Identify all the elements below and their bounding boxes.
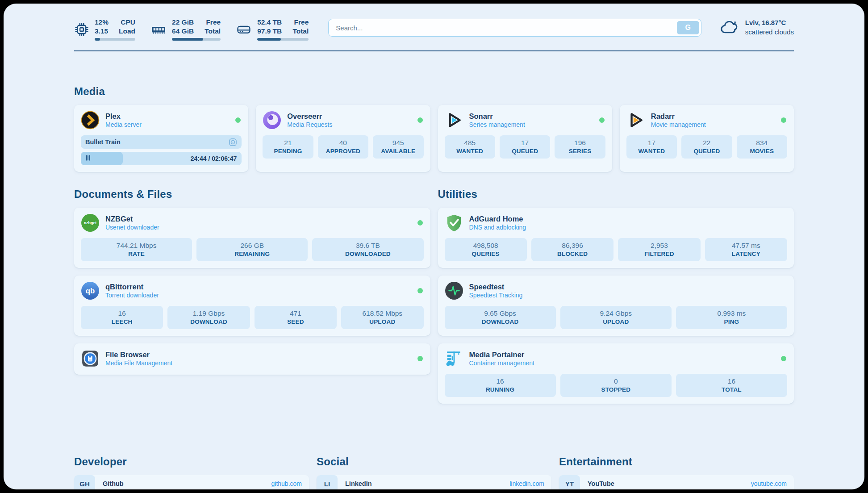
stat-values: 22 GiB64 GiB <box>172 18 194 36</box>
bookmark-abbr: YT <box>559 475 580 489</box>
service-description: Media Requests <box>287 121 332 129</box>
svg-text:nzbget: nzbget <box>84 221 97 225</box>
stat-label: WANTED <box>628 148 675 155</box>
speedtest-icon <box>445 281 463 300</box>
status-online-dot <box>235 117 241 123</box>
service-description: Speedtest Tracking <box>469 292 523 300</box>
portainer-icon <box>445 349 463 368</box>
service-stat-download: 9.65 GbpsDOWNLOAD <box>445 306 556 329</box>
stat-label: STOPPED <box>562 386 670 393</box>
service-stat-rate: 744.21 MbpsRATE <box>81 238 192 261</box>
service-stat-blocked: 86,396BLOCKED <box>531 238 613 261</box>
stat-label-top: Free <box>203 18 221 27</box>
service-description: DNS and adblocking <box>469 224 526 232</box>
playback-time: 24:44 / 02:06:47 <box>191 152 237 165</box>
service-name: Sonarr <box>469 112 525 121</box>
service-card-sonarr[interactable]: SonarrSeries management485WANTED17QUEUED… <box>438 105 612 172</box>
stat-value: 16 <box>83 309 161 318</box>
playback-progress-fill <box>81 152 123 165</box>
stat-value: 16 <box>678 377 785 385</box>
stat-value-bottom: 97.9 TB <box>257 27 282 36</box>
now-playing-row: Bullet Train <box>81 135 242 149</box>
service-card-speedtest[interactable]: SpeedtestSpeedtest Tracking9.65 GbpsDOWN… <box>438 276 794 336</box>
service-stat-movies: 834MOVIES <box>737 135 787 159</box>
service-card-file-browser[interactable]: File BrowserMedia File Management <box>74 343 430 375</box>
stat-progress-bar <box>172 38 221 41</box>
service-stat-ping: 0.993 msPING <box>676 306 787 329</box>
search-bar: G <box>328 19 701 37</box>
stat-value: 21 <box>264 139 311 147</box>
search-input[interactable] <box>328 19 701 37</box>
service-stat-remaining: 266 GBREMAINING <box>196 238 308 261</box>
stat-label: RATE <box>83 251 190 257</box>
weather-location: Lviv, 16.87°C <box>745 18 794 27</box>
bookmark-youtube[interactable]: YTYouTubeyoutube.com <box>559 475 794 489</box>
nzbget-icon: nzbget <box>81 213 100 232</box>
dashboard-page: 12%3.15CPULoad22 GiB64 GiBFreeTotal52.4 … <box>4 4 864 489</box>
service-card-nzbget[interactable]: nzbgetNZBGetUsenet downloader744.21 Mbps… <box>74 208 430 268</box>
filebrowser-icon <box>81 349 100 368</box>
stat-progress-bar <box>95 38 135 41</box>
playback-progress-bar[interactable]: 24:44 / 02:06:47 <box>81 152 242 165</box>
service-description: Movie management <box>651 121 706 129</box>
status-online-dot <box>781 117 786 123</box>
service-stat-stopped: 0STOPPED <box>560 374 672 397</box>
qbittorrent-icon: qb <box>81 281 100 300</box>
stat-values: 12%3.15 <box>95 18 108 36</box>
service-name: Media Portainer <box>469 350 534 359</box>
svg-text:qb: qb <box>86 287 95 296</box>
bookmark-linkedin[interactable]: LILinkedInlinkedin.com <box>317 475 551 489</box>
bookmark-name: LinkedIn <box>345 480 372 487</box>
overseerr-icon <box>263 111 281 130</box>
plex-icon <box>81 111 100 130</box>
service-stat-pending: 21PENDING <box>263 135 313 159</box>
bookmark-abbr: LI <box>317 475 338 489</box>
stat-label: FILTERED <box>620 251 698 257</box>
service-stat-latency: 47.57 msLATENCY <box>705 238 787 261</box>
bookmark-groups: DeveloperGHGithubgithub.comSOStackOverfl… <box>74 422 794 489</box>
service-card-qbittorrent[interactable]: qbqBittorrentTorrent downloader16LEECH1.… <box>74 276 430 336</box>
bookmark-github[interactable]: GHGithubgithub.com <box>74 475 309 489</box>
search-provider-button[interactable]: G <box>677 21 699 34</box>
service-stat-upload: 9.24 GbpsUPLOAD <box>560 306 672 329</box>
bookmark-group-social: SocialLILinkedInlinkedin.comTWTwittertwi… <box>317 422 551 489</box>
stat-label: BLOCKED <box>533 251 612 257</box>
stat-value-top: 52.4 TB <box>257 18 282 27</box>
service-stat-filtered: 2,953FILTERED <box>618 238 700 261</box>
stat-value: 498,508 <box>447 242 525 250</box>
stat-value: 945 <box>375 139 421 147</box>
service-card-radarr[interactable]: RadarrMovie management17WANTED22QUEUED83… <box>620 105 794 172</box>
bookmark-url: github.com <box>271 480 302 487</box>
service-card-adguard-home[interactable]: AdGuard HomeDNS and adblocking498,508QUE… <box>438 208 794 268</box>
system-stats: 12%3.15CPULoad22 GiB64 GiBFreeTotal52.4 … <box>74 18 309 41</box>
stat-label-bottom: Total <box>291 27 309 36</box>
service-stat-queries: 498,508QUERIES <box>445 238 527 261</box>
stat-value: 485 <box>447 139 493 147</box>
stat-value: 17 <box>501 139 548 147</box>
status-online-dot <box>599 117 605 123</box>
stat-label: QUEUED <box>501 148 548 155</box>
bookmark-group-entertainment: EntertainmentYTYouTubeyoutube.comNFNetfl… <box>559 422 794 489</box>
service-stat-wanted: 485WANTED <box>445 135 495 159</box>
stat-value: 744.21 Mbps <box>83 242 190 250</box>
status-online-dot <box>417 288 423 293</box>
service-name: qBittorrent <box>105 282 159 292</box>
weather-widget[interactable]: Lviv, 16.87°C scattered clouds <box>719 18 794 37</box>
stat-label: SERIES <box>556 148 603 155</box>
stat-label: TOTAL <box>678 386 785 393</box>
stat-value: 39.6 TB <box>314 242 421 250</box>
service-card-plex[interactable]: PlexMedia serverBullet Train24:44 / 02:0… <box>74 105 248 172</box>
stat-value-bottom: 3.15 <box>95 27 108 36</box>
service-description: Media File Management <box>105 359 172 368</box>
stat-label: DOWNLOAD <box>169 318 248 325</box>
service-description: Media server <box>105 121 142 129</box>
service-card-media-portainer[interactable]: Media PortainerContainer management16RUN… <box>438 343 794 404</box>
section-title-entertainment: Entertainment <box>559 455 794 468</box>
service-card-overseerr[interactable]: OverseerrMedia Requests21PENDING40APPROV… <box>256 105 430 172</box>
stat-value: 0 <box>562 377 670 385</box>
status-online-dot <box>417 220 423 226</box>
stat-progress-fill <box>95 38 100 41</box>
stat-value: 47.57 ms <box>707 242 785 250</box>
stat-label: REMAINING <box>198 251 306 257</box>
stat-label: LATENCY <box>707 251 785 257</box>
